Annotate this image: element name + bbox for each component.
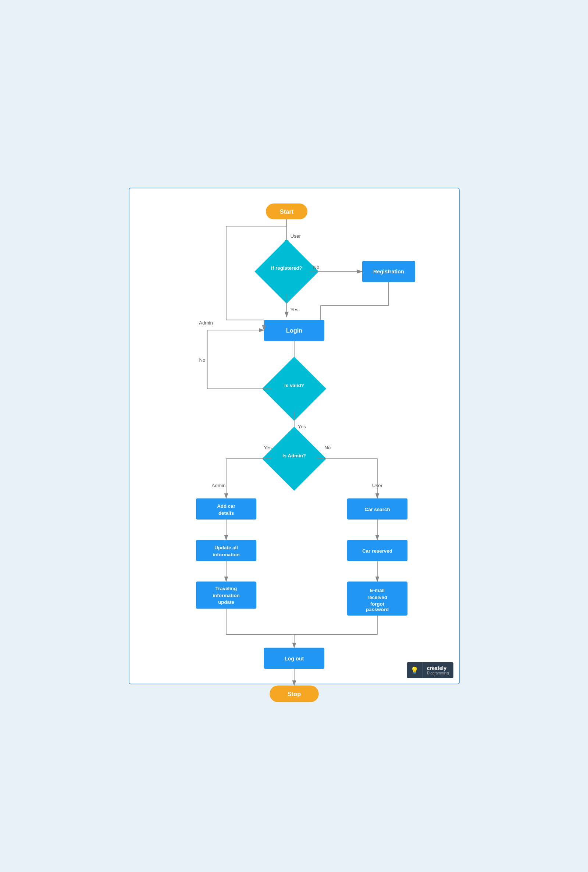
add-car-details-label1: Add car <box>217 503 236 509</box>
arrow-admin-no <box>316 459 377 499</box>
add-car-details-node <box>196 499 256 520</box>
start-label: Start <box>279 208 294 215</box>
arrow-registration-login <box>320 282 388 328</box>
email-forgot-label3: forgot <box>370 601 384 607</box>
svg-rect-2 <box>262 356 326 421</box>
bulb-icon: 💡 <box>410 666 418 674</box>
update-all-info-label1: Update all <box>214 545 238 550</box>
creately-name: creately <box>427 665 448 671</box>
flowchart-svg: Start User If registered? No Registratio… <box>129 188 459 684</box>
traveling-info-label1: Traveling <box>215 586 237 591</box>
creately-tagline: Diagramming <box>427 671 448 675</box>
if-registered-label1: If registered? <box>271 265 302 271</box>
email-forgot-label4: password <box>366 607 388 612</box>
traveling-info-label3: update <box>218 599 234 605</box>
is-admin-node: Is Admin? <box>262 427 326 490</box>
is-valid-label: Is valid? <box>284 383 304 388</box>
car-reserved-label: Car reserved <box>362 548 392 554</box>
yes-admin-label: Yes <box>264 445 272 450</box>
if-registered-node: If registered? <box>255 239 318 304</box>
arrow-email-merge <box>294 616 377 634</box>
registration-label: Registration <box>373 269 404 275</box>
arrow-isvalid-no <box>207 330 272 389</box>
user-label-top: User <box>290 233 301 239</box>
dummy <box>201 226 264 331</box>
update-all-info-node <box>196 540 256 561</box>
admin-branch-label: Admin <box>212 483 225 488</box>
email-forgot-label2: received <box>367 595 387 600</box>
stop-label: Stop <box>287 691 300 697</box>
is-admin-label: Is Admin? <box>282 453 306 459</box>
login-label: Login <box>286 327 302 334</box>
is-valid-node: Is valid? <box>262 356 326 421</box>
add-car-details-label2: details <box>218 510 234 516</box>
creately-bulb: 💡 <box>407 663 422 677</box>
diagram-container: Start User If registered? No Registratio… <box>129 188 460 684</box>
logout-label: Log out <box>284 656 304 662</box>
email-forgot-label1: E-mail <box>370 588 385 593</box>
creately-branding: 💡 creately Diagramming <box>407 662 453 678</box>
car-search-label: Car search <box>364 507 390 512</box>
svg-rect-1 <box>255 239 318 304</box>
no-admin-label: No <box>324 445 331 450</box>
arrow-traveling-merge <box>226 609 294 635</box>
arrow-admin-yes <box>226 459 272 499</box>
yes-registered-label: Yes <box>290 307 298 313</box>
svg-rect-3 <box>262 427 326 490</box>
admin-top-label: Admin <box>199 320 213 326</box>
yes-valid-label: Yes <box>298 424 306 429</box>
traveling-info-label2: information <box>213 593 239 598</box>
update-all-info-label2: information <box>213 552 239 558</box>
no-valid-label: No <box>199 357 205 363</box>
no-registered-label: No <box>313 265 319 270</box>
creately-text-block: creately Diagramming <box>422 662 453 678</box>
